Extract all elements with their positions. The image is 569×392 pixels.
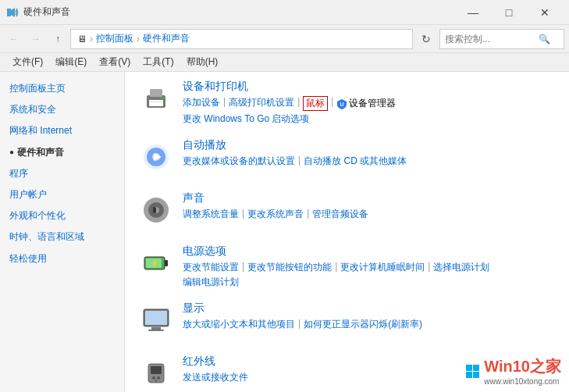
sound-links: 调整系统音量 | 更改系统声音 | 管理音频设备	[183, 208, 557, 221]
sidebar-item-network-internet[interactable]: 网络和 Internet	[0, 120, 124, 141]
svg-rect-15	[153, 207, 156, 213]
breadcrumb: 🖥 › 控制面板 › 硬件和声音	[77, 32, 190, 45]
title-controls: — □ ✕	[455, 0, 563, 25]
title-bar: 硬件和声音 — □ ✕	[0, 0, 569, 25]
window-icon	[6, 6, 19, 19]
infrared-icon	[137, 355, 175, 392]
power-sublinks: 编辑电源计划	[183, 276, 557, 289]
sidebar: 控制面板主页 系统和安全 网络和 Internet ● 硬件和声音 程序 用户帐…	[0, 72, 125, 392]
search-icon[interactable]: 🔍	[539, 34, 550, 45]
sleep-time-link[interactable]: 更改计算机睡眠时间	[340, 261, 425, 274]
address-path[interactable]: 🖥 › 控制面板 › 硬件和声音	[70, 29, 413, 49]
add-device-link[interactable]: 添加设备	[183, 96, 220, 111]
choose-power-plan-link[interactable]: 选择电源计划	[433, 261, 489, 274]
power-button-link[interactable]: 更改节能按钮的功能	[247, 261, 332, 274]
menu-file[interactable]: 文件(F)	[6, 54, 49, 70]
search-input[interactable]	[445, 34, 539, 45]
infrared-title[interactable]: 红外线	[183, 355, 215, 369]
close-button[interactable]: ✕	[527, 0, 563, 25]
manage-audio-link[interactable]: 管理音频设备	[312, 208, 368, 221]
sidebar-item-system-security[interactable]: 系统和安全	[0, 99, 124, 120]
breadcrumb-item-2[interactable]: 硬件和声音	[143, 32, 190, 45]
breadcrumb-item-1[interactable]: 控制面板	[96, 32, 133, 45]
autoplay-default-link[interactable]: 更改媒体或设备的默认设置	[183, 155, 295, 168]
send-receive-link[interactable]: 发送或接收文件	[183, 371, 248, 384]
power-settings-link[interactable]: 更改节能设置	[183, 261, 239, 274]
watermark-content: Win10之家 www.win10xtong.com	[484, 356, 561, 386]
category-display: 显示 放大或缩小文本和其他项目 | 如何更正显示器闪烁(刷新率)	[137, 301, 557, 342]
edit-power-plan-link[interactable]: 编辑电源计划	[183, 276, 239, 289]
windows-logo	[466, 365, 479, 378]
svg-point-6	[161, 97, 163, 99]
sidebar-item-user-accounts[interactable]: 用户帐户	[0, 184, 124, 205]
svg-rect-25	[151, 366, 162, 374]
title-text: 硬件和声音	[23, 5, 70, 19]
autoplay-title[interactable]: 自动播放	[183, 138, 226, 152]
forward-button[interactable]: →	[27, 30, 45, 48]
menu-tools[interactable]: 工具(T)	[137, 54, 180, 70]
sidebar-item-ease-access[interactable]: 轻松使用	[0, 248, 124, 269]
svg-rect-0	[7, 9, 11, 16]
menu-bar: 文件(F) 编辑(E) 查看(V) 工具(T) 帮助(H)	[0, 53, 569, 72]
content-area: 设备和打印机 添加设备 | 高级打印机设置 | 鼠标 | U 设备管理器	[125, 72, 569, 392]
category-power: ⚡ 电源选项 更改节能设置 | 更改节能按钮的功能 | 更改计算机睡眠时间 | …	[137, 244, 557, 289]
current-bullet: ●	[9, 146, 14, 159]
svg-point-26	[152, 376, 155, 380]
svg-rect-22	[151, 327, 161, 330]
svg-rect-5	[149, 102, 163, 102]
power-title[interactable]: 电源选项	[183, 244, 226, 258]
watermark-site: www.win10xtong.com	[484, 377, 561, 386]
display-icon	[137, 301, 175, 339]
refresh-rate-link[interactable]: 如何更正显示器闪烁(刷新率)	[304, 318, 422, 331]
minimize-button[interactable]: —	[455, 0, 491, 25]
watermark: Win10之家 www.win10xtong.com	[466, 356, 561, 386]
power-icon: ⚡	[137, 244, 175, 282]
display-title[interactable]: 显示	[183, 301, 204, 315]
svg-point-28	[155, 380, 158, 383]
maximize-button[interactable]: □	[491, 0, 527, 25]
text-size-link[interactable]: 放大或缩小文本和其他项目	[183, 318, 295, 331]
svg-rect-3	[149, 100, 163, 106]
change-system-sound-link[interactable]: 更改系统声音	[247, 208, 304, 221]
sound-title[interactable]: 声音	[183, 191, 204, 205]
svg-rect-4	[150, 89, 162, 97]
display-links: 放大或缩小文本和其他项目 | 如何更正显示器闪烁(刷新率)	[183, 318, 557, 331]
devices-printers-links: 添加设备 | 高级打印机设置 | 鼠标 | U 设备管理器	[183, 96, 557, 111]
category-autoplay: 自动播放 更改媒体或设备的默认设置 | 自动播放 CD 或其他媒体	[137, 138, 557, 179]
devices-icon	[137, 80, 175, 117]
back-button[interactable]: ←	[5, 30, 23, 48]
autoplay-icon	[137, 138, 175, 176]
autoplay-cd-link[interactable]: 自动播放 CD 或其他媒体	[304, 155, 407, 168]
display-content: 显示 放大或缩小文本和其他项目 | 如何更正显示器闪烁(刷新率)	[183, 301, 557, 342]
search-box: 🔍	[439, 29, 564, 49]
sidebar-item-control-panel-home[interactable]: 控制面板主页	[0, 78, 124, 99]
advanced-printer-link[interactable]: 高级打印机设置	[229, 96, 294, 111]
devices-printers-title[interactable]: 设备和打印机	[183, 80, 248, 94]
address-bar: ← → ↑ 🖥 › 控制面板 › 硬件和声音 ↻ 🔍	[0, 25, 569, 53]
sound-icon	[137, 191, 175, 229]
sidebar-item-hardware-sound[interactable]: ● 硬件和声音	[0, 142, 124, 163]
windows-to-go-link[interactable]: 更改 Windows To Go 启动选项	[183, 112, 309, 126]
refresh-button[interactable]: ↻	[416, 29, 436, 49]
menu-edit[interactable]: 编辑(E)	[49, 54, 93, 70]
sidebar-item-clock-region[interactable]: 时钟、语言和区域	[0, 226, 124, 248]
mouse-link[interactable]: 鼠标	[303, 96, 328, 111]
power-links-1: 更改节能设置 | 更改节能按钮的功能 | 更改计算机睡眠时间 | 选择电源计划	[183, 261, 557, 274]
title-bar-left: 硬件和声音	[6, 5, 70, 19]
svg-marker-1	[11, 8, 15, 17]
sidebar-item-programs[interactable]: 程序	[0, 163, 124, 184]
svg-text:U: U	[340, 102, 344, 107]
adjust-volume-link[interactable]: 调整系统音量	[183, 208, 239, 221]
svg-text:⚡: ⚡	[151, 258, 160, 268]
device-manager-link[interactable]: U 设备管理器	[336, 96, 396, 111]
up-button[interactable]: ↑	[48, 30, 67, 48]
category-devices-printers: 设备和打印机 添加设备 | 高级打印机设置 | 鼠标 | U 设备管理器	[137, 80, 557, 126]
shield-icon: U	[336, 98, 347, 109]
menu-view[interactable]: 查看(V)	[93, 54, 137, 70]
devices-sublinks: 更改 Windows To Go 启动选项	[183, 112, 557, 126]
menu-help[interactable]: 帮助(H)	[180, 54, 225, 70]
power-content: 电源选项 更改节能设置 | 更改节能按钮的功能 | 更改计算机睡眠时间 | 选择…	[183, 244, 557, 289]
sidebar-item-appearance[interactable]: 外观和个性化	[0, 205, 124, 226]
watermark-text: Win10之家	[484, 356, 561, 377]
devices-printers-content: 设备和打印机 添加设备 | 高级打印机设置 | 鼠标 | U 设备管理器	[183, 80, 557, 126]
